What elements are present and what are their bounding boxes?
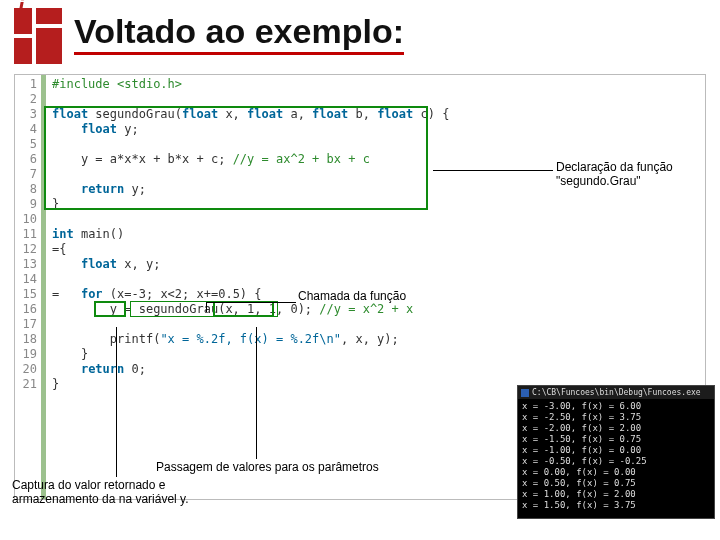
console-title: C:\CB\Funcoes\bin\Debug\Funcoes.exe	[532, 387, 701, 398]
logo-icon: i	[14, 8, 66, 68]
console-icon	[521, 389, 529, 397]
annotation-call: Chamada da função	[298, 289, 406, 303]
slide: i Voltado ao exemplo: 1 2 3 4 5 6 7 8 9 …	[0, 0, 720, 540]
annotation-captura: Captura do valor retornado e armazenamen…	[12, 478, 232, 506]
line-numbers: 1 2 3 4 5 6 7 8 9 10 11 12 13 14 15 16 1…	[15, 75, 41, 499]
console-window: C:\CB\Funcoes\bin\Debug\Funcoes.exe x = …	[518, 386, 714, 518]
annotation-declaration: Declaração da função "segundo.Grau"	[556, 160, 716, 188]
console-titlebar: C:\CB\Funcoes\bin\Debug\Funcoes.exe	[518, 386, 714, 399]
page-title: Voltado ao exemplo:	[74, 14, 404, 55]
console-output: x = -3.00, f(x) = 6.00x = -2.50, f(x) = …	[522, 401, 710, 511]
header: i Voltado ao exemplo:	[14, 8, 706, 68]
annotation-passagem: Passagem de valores para os parâmetros	[156, 460, 379, 474]
